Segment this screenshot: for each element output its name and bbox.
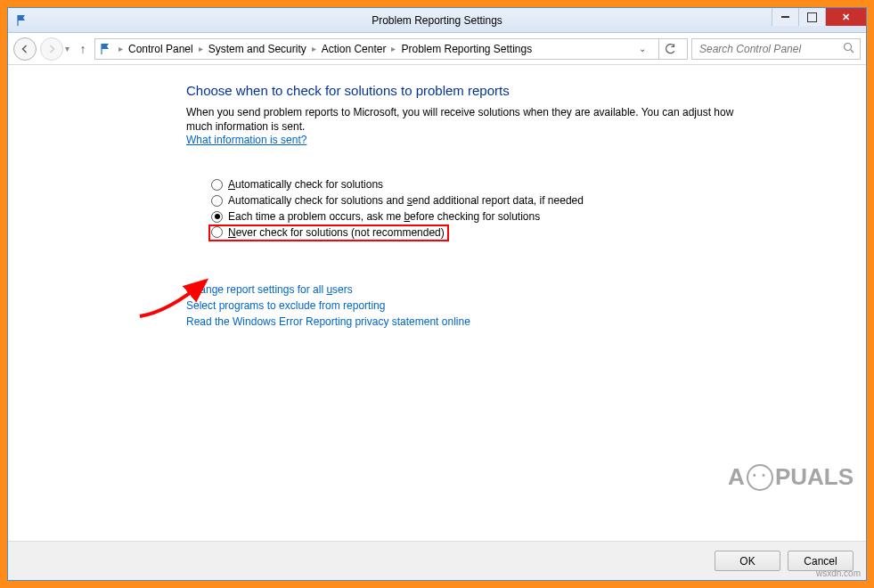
ok-button[interactable]: OK: [715, 551, 780, 571]
breadcrumb-item[interactable]: System and Security: [208, 43, 306, 55]
breadcrumb-bar[interactable]: ▸ Control Panel ▸ System and Security ▸ …: [94, 38, 688, 60]
radio-option-never[interactable]: Never check for solutions (not recommend…: [211, 225, 830, 241]
radio-option-auto-send[interactable]: Automatically check for solutions and se…: [211, 192, 830, 208]
window-title: Problem Reporting Settings: [8, 14, 866, 27]
info-link[interactable]: What information is sent?: [186, 134, 306, 146]
refresh-button[interactable]: [658, 38, 680, 60]
window-frame: Problem Reporting Settings ▾ ↑ ▸ Control…: [7, 7, 867, 581]
minimize-button[interactable]: [772, 8, 798, 26]
search-box[interactable]: [691, 38, 861, 60]
link-change-settings[interactable]: Change report settings for all users: [186, 282, 830, 298]
breadcrumb-item[interactable]: Problem Reporting Settings: [401, 43, 532, 55]
radio-icon: [211, 179, 223, 191]
forward-button[interactable]: [40, 37, 63, 61]
nav-bar: ▾ ↑ ▸ Control Panel ▸ System and Securit…: [8, 33, 866, 65]
chevron-right-icon: ▸: [115, 44, 127, 53]
radio-option-ask[interactable]: Each time a problem occurs, ask me befor…: [211, 208, 830, 225]
watermark-face-icon: [747, 464, 773, 491]
search-input[interactable]: [698, 42, 837, 56]
chevron-right-icon: ▸: [308, 44, 320, 53]
title-bar: Problem Reporting Settings: [8, 8, 866, 33]
chevron-right-icon: ▸: [388, 44, 399, 53]
content-area: Choose when to check for solutions to pr…: [8, 65, 866, 541]
breadcrumb-item[interactable]: Action Center: [322, 43, 387, 55]
breadcrumb-item[interactable]: Control Panel: [128, 43, 193, 55]
radio-option-auto[interactable]: Automatically check for solutions: [211, 176, 830, 192]
radio-icon: [211, 195, 223, 207]
chevron-right-icon: ▸: [195, 44, 207, 53]
radio-icon: [211, 226, 223, 238]
page-description: When you send problem reports to Microso…: [186, 105, 739, 134]
radio-group: Automatically check for solutions Automa…: [211, 176, 830, 241]
radio-icon: [211, 211, 223, 223]
maximize-button[interactable]: [798, 8, 825, 26]
flag-icon: [99, 42, 113, 56]
svg-point-0: [845, 43, 852, 50]
links-block: Change report settings for all users Sel…: [186, 282, 830, 330]
up-button[interactable]: ↑: [75, 42, 91, 56]
footer-bar: OK Cancel: [8, 541, 866, 580]
link-exclude-programs[interactable]: Select programs to exclude from reportin…: [186, 298, 830, 314]
highlight-box: Never check for solutions (not recommend…: [208, 225, 449, 241]
search-icon[interactable]: [843, 42, 854, 56]
source-credit: wsxdn.com: [816, 568, 861, 578]
back-button[interactable]: [13, 37, 37, 61]
history-dropdown-icon[interactable]: ▾: [65, 44, 69, 53]
close-button[interactable]: [825, 8, 866, 26]
watermark-logo: A PUALS: [728, 463, 854, 491]
page-heading: Choose when to check for solutions to pr…: [186, 83, 830, 98]
link-privacy-statement[interactable]: Read the Windows Error Reporting privacy…: [186, 314, 830, 330]
breadcrumb-dropdown-icon[interactable]: ⌄: [639, 44, 646, 53]
